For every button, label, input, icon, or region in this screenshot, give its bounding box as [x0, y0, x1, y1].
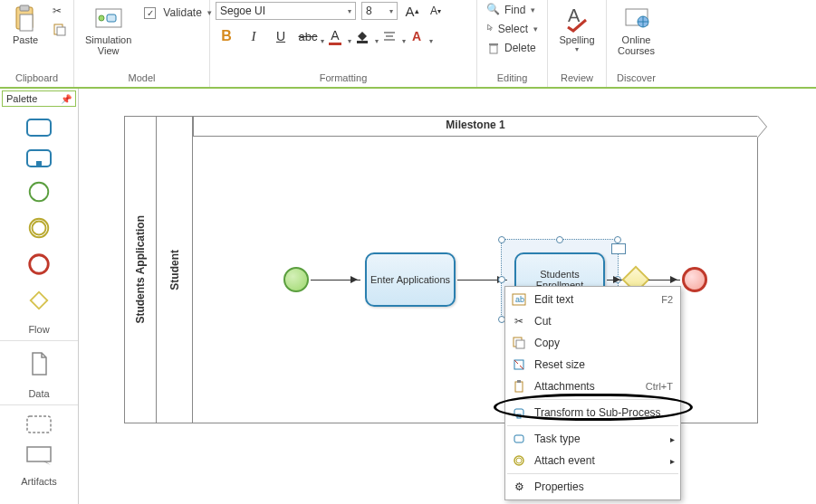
strikethrough-button[interactable]: abc [299, 27, 317, 45]
svg-rect-7 [107, 14, 116, 22]
ctx-edit-text-shortcut: F2 [661, 294, 673, 305]
find-label: Find [504, 4, 525, 16]
copy-icon [53, 23, 67, 37]
ctx-attachments-shortcut: Ctrl+T [646, 381, 673, 392]
attach-event-icon [511, 453, 527, 468]
palette-annotation-icon[interactable] [25, 445, 53, 465]
ctx-cut[interactable]: ✂ Cut [505, 310, 680, 332]
underline-button[interactable]: U [272, 27, 290, 45]
end-event[interactable] [682, 267, 707, 292]
ctx-attachments[interactable]: Attachments Ctrl+T [505, 376, 680, 397]
find-button[interactable]: 🔍Find [483, 2, 542, 18]
font-size-value: 8 [366, 5, 372, 17]
spelling-label: Spelling [559, 34, 594, 45]
ctx-reset-size[interactable]: Reset size [505, 354, 680, 376]
ribbon: Paste ✂ Clipboard Simulation View ✓ Vali… [0, 0, 816, 89]
simulation-icon [94, 4, 123, 33]
palette-title[interactable]: Palette 📌 [2, 90, 76, 107]
milestone-header[interactable]: Milestone 1 [193, 117, 757, 137]
group-label-review: Review [553, 71, 600, 87]
spelling-button[interactable]: A Spelling ▾ [553, 2, 600, 55]
attach-handle[interactable] [611, 243, 626, 254]
svg-point-20 [30, 183, 49, 202]
svg-point-22 [33, 222, 46, 235]
pin-icon[interactable]: 📌 [61, 94, 72, 104]
pool-label[interactable]: Students Application [125, 117, 157, 423]
flow-arrow-3[interactable] [607, 280, 623, 281]
fill-color-button[interactable] [353, 27, 371, 45]
ribbon-group-model: Simulation View ✓ Validate Model [74, 0, 210, 87]
validate-label: Validate [163, 6, 201, 19]
paste-button[interactable]: Paste [5, 2, 45, 47]
font-family-combo[interactable]: Segoe UI▾ [216, 2, 356, 20]
start-event[interactable] [283, 267, 309, 292]
align-button[interactable] [380, 27, 398, 45]
flow-arrow-1[interactable] [311, 280, 360, 281]
ribbon-group-editing: 🔍Find Select Delete Editing [477, 0, 548, 87]
cut-icon: ✂ [511, 314, 527, 328]
lane-label-text: Student [168, 250, 181, 290]
svg-rect-34 [514, 409, 523, 416]
ctx-attach-event[interactable]: Attach event [505, 450, 680, 471]
palette-start-event-icon[interactable] [25, 179, 53, 204]
copy-icon-ctx [511, 336, 527, 350]
bold-button[interactable]: B [217, 27, 235, 45]
ctx-copy[interactable]: Copy [505, 332, 680, 354]
attachments-icon [511, 379, 527, 394]
font-color-button[interactable]: A [326, 27, 344, 45]
ctx-edit-text[interactable]: ab Edit text F2 [505, 289, 680, 310]
ctx-properties[interactable]: ⚙ Properties [505, 476, 680, 498]
decrease-font-button[interactable]: A▾ [427, 2, 445, 20]
increase-font-button[interactable]: A▴ [403, 2, 421, 20]
palette-group-icon[interactable] [25, 414, 53, 434]
palette-gateway-icon[interactable] [25, 288, 53, 313]
svg-point-23 [30, 255, 49, 274]
simulation-view-button[interactable]: Simulation View [80, 2, 137, 58]
reset-size-icon [511, 357, 527, 372]
palette-section-artifacts: Artifacts [0, 405, 78, 492]
paste-label: Paste [13, 34, 38, 45]
task-enter-applications[interactable]: Enter Applications [365, 252, 456, 307]
ctx-attach-event-label: Attach event [534, 454, 595, 467]
ctx-task-type[interactable]: Task type [505, 428, 680, 450]
milestone-text: Milestone 1 [446, 119, 504, 131]
svg-text:A: A [568, 5, 581, 25]
palette-data-label: Data [28, 388, 49, 403]
copy-button[interactable] [49, 22, 71, 38]
flow-arrow-4[interactable] [648, 280, 680, 281]
font-family-value: Segoe UI [220, 5, 265, 17]
font-size-combo[interactable]: 8▾ [361, 2, 398, 20]
cursor-icon [486, 22, 494, 36]
text-format-button[interactable]: A [408, 27, 426, 45]
palette-intermediate-event-icon[interactable] [25, 215, 53, 241]
palette-end-event-icon[interactable] [25, 252, 53, 277]
palette-subprocess-icon[interactable] [25, 148, 53, 168]
online-courses-button[interactable]: Online Courses [612, 2, 660, 58]
svg-rect-26 [27, 447, 51, 461]
svg-rect-12 [490, 45, 497, 53]
ctx-properties-label: Properties [534, 480, 584, 493]
group-label-model: Model [80, 71, 204, 87]
delete-button[interactable]: Delete [483, 40, 542, 56]
pool-label-text: Students Application [134, 215, 147, 324]
svg-rect-13 [489, 43, 498, 45]
ctx-transform-subprocess[interactable]: Transform to Sub-Process [505, 402, 680, 423]
palette-data-object-icon[interactable] [25, 350, 53, 377]
select-button[interactable]: Select [483, 21, 542, 37]
search-icon: 🔍 [486, 3, 501, 17]
context-menu: ab Edit text F2 ✂ Cut Copy Reset size At… [504, 286, 681, 500]
lane-label[interactable]: Student [157, 117, 193, 423]
cut-button[interactable]: ✂ [49, 4, 71, 20]
italic-button[interactable]: I [245, 27, 263, 45]
palette-task-icon[interactable] [25, 118, 53, 138]
svg-rect-24 [31, 292, 47, 309]
validate-button[interactable]: ✓ Validate [140, 5, 215, 20]
delete-label: Delete [504, 42, 536, 54]
subprocess-icon [511, 405, 527, 420]
svg-rect-32 [515, 382, 523, 392]
task-type-icon [511, 432, 527, 446]
diagram-canvas[interactable]: Students Application Student Milestone 1… [79, 89, 816, 504]
svg-text:ab: ab [515, 295, 524, 304]
svg-rect-2 [20, 14, 33, 31]
trash-icon [486, 41, 501, 55]
